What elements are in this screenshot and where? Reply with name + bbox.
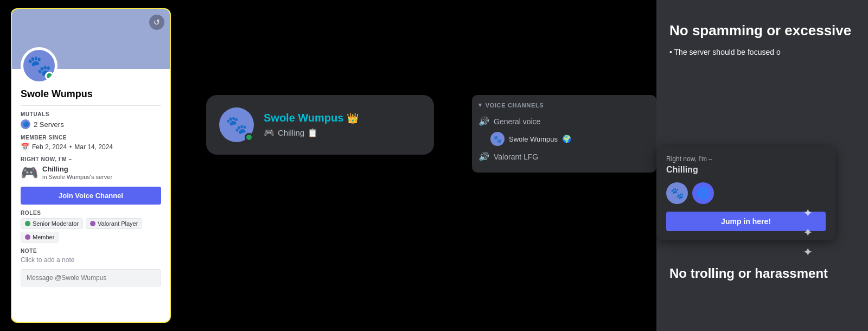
hover-card-info: Swole Wumpus 👑 🎮 Chilling 📋: [264, 112, 359, 138]
profile-body: Swole Wumpus MUTUALS 🔵 2 Servers MEMBER …: [12, 69, 170, 293]
rules-heading-2: No trolling or harassment: [656, 266, 841, 281]
rules-heading-1: No spamming or excessive: [656, 0, 868, 40]
jump-card-label: Right now, I'm –: [666, 155, 826, 163]
since-sep: •: [69, 143, 72, 151]
message-input-wrap: [21, 269, 161, 287]
crown-icon: 👑: [347, 112, 359, 124]
profile-avatar-wrap: 🐾: [21, 47, 58, 84]
sparkle-icon-1: ✦: [803, 206, 813, 220]
role-dot-valorant: [90, 221, 95, 226]
role-dot-senior: [25, 221, 30, 226]
mutuals-row: 🔵 2 Servers: [21, 119, 161, 129]
role-name-senior: Senior Moderator: [33, 220, 79, 227]
role-badge-member: Member: [21, 232, 59, 243]
channel-valorant-lfg[interactable]: 🔊 Valorant LFG: [472, 148, 656, 165]
sparkle-icon-3: ✦: [803, 245, 813, 259]
hover-activity-text: Chilling: [278, 128, 304, 137]
mutuals-label: MUTUALS: [21, 111, 161, 117]
jump-card-status: Chilling: [666, 165, 826, 175]
status-note-icon: 📋: [308, 128, 318, 138]
voice-popup-header: ▾ VOICE CHANNELS: [472, 101, 656, 113]
voice-user-badge: 🌍: [562, 135, 571, 143]
sparkle-icon-2: ✦: [803, 226, 813, 240]
activity-location: in Swole Wumpus's server: [42, 174, 112, 180]
bullet-dot: •: [669, 48, 674, 56]
hover-status-dot: [245, 133, 253, 142]
channel-general-voice[interactable]: 🔊 General voice: [472, 113, 656, 130]
activity-emoji: 🎮: [21, 164, 38, 181]
calendar-icon: 📅: [21, 143, 29, 151]
note-section: NOTE Click to add a note: [21, 248, 161, 264]
hover-card-name: Swole Wumpus 👑: [264, 112, 359, 124]
jump-card-avatars: 🐾 🌀: [666, 182, 826, 204]
right-now-content: 🎮 Chilling in Swole Wumpus's server: [21, 164, 161, 181]
profile-avatar: 🐾: [21, 47, 58, 84]
since-date2: Mar 14, 2024: [74, 143, 113, 151]
status-dot: [45, 72, 54, 80]
rules-bullet-1: • The server should be focused o: [656, 40, 868, 58]
voice-user-row-swole: 🐾 Swole Wumpus 🌍: [472, 130, 656, 148]
reset-icon[interactable]: ↺: [149, 15, 164, 30]
voice-popup: ▾ VOICE CHANNELS 🔊 General voice 🐾 Swole…: [472, 95, 656, 173]
jump-avatar-2: 🌀: [692, 182, 714, 204]
role-name-member: Member: [33, 234, 54, 240]
role-badge-senior: Senior Moderator: [21, 218, 83, 229]
mutuals-count: 2 Servers: [34, 120, 64, 129]
voice-user-name: Swole Wumpus: [509, 135, 558, 143]
jump-avatar-1: 🐾: [666, 182, 688, 204]
profile-banner: 🐾 ↺: [12, 9, 170, 69]
divider-1: [21, 105, 161, 106]
right-now-label: RIGHT NOW, I'M –: [21, 156, 161, 162]
since-date1: Feb 2, 2024: [32, 143, 67, 151]
hover-avatar-emoji: 🐾: [226, 114, 247, 135]
sparkle-icons: ✦ ✦ ✦: [803, 206, 813, 259]
note-placeholder[interactable]: Click to add a note: [21, 256, 161, 264]
speaker-icon-2: 🔊: [478, 151, 489, 162]
member-since-label: MEMBER SINCE: [21, 135, 161, 141]
join-voice-button[interactable]: Join Voice Channel: [21, 187, 161, 205]
chevron-down-icon: ▾: [478, 101, 482, 109]
rules-bullet-text: The server should be focused o: [674, 48, 781, 56]
role-badge-valorant: Valorant Player: [86, 218, 142, 229]
right-now-section: RIGHT NOW, I'M – 🎮 Chilling in Swole Wum…: [21, 156, 161, 181]
role-dot-member: [25, 234, 30, 240]
channel-name-valorant: Valorant LFG: [494, 152, 538, 161]
roles-section: ROLES Senior Moderator Valorant Player M…: [21, 210, 161, 243]
activity-name: Chilling: [42, 165, 112, 173]
hover-card: 🐾 Swole Wumpus 👑 🎮 Chilling 📋: [206, 95, 434, 155]
activity-icon: 🎮: [264, 128, 275, 138]
hover-card-avatar: 🐾: [219, 107, 254, 142]
message-input[interactable]: [21, 269, 161, 287]
hover-name-text: Swole Wumpus: [264, 112, 343, 124]
roles-label: ROLES: [21, 210, 161, 216]
roles-list: Senior Moderator Valorant Player Member: [21, 218, 161, 243]
role-name-valorant: Valorant Player: [98, 220, 138, 227]
hover-card-activity: 🎮 Chilling 📋: [264, 128, 359, 138]
jump-in-button[interactable]: Jump in here!: [666, 212, 826, 231]
right-now-text: Chilling in Swole Wumpus's server: [42, 165, 112, 181]
voice-user-avatar: 🐾: [490, 132, 505, 146]
member-since-row: 📅 Feb 2, 2024 • Mar 14, 2024: [21, 143, 161, 151]
speaker-icon: 🔊: [478, 116, 489, 126]
profile-card: 🐾 ↺ Swole Wumpus MUTUALS 🔵 2 Servers MEM…: [11, 8, 171, 323]
profile-name: Swole Wumpus: [21, 88, 161, 100]
mutual-avatar: 🔵: [21, 119, 30, 129]
channel-name-general: General voice: [494, 117, 540, 126]
voice-popup-title: VOICE CHANNELS: [486, 102, 544, 109]
note-label: NOTE: [21, 248, 161, 254]
